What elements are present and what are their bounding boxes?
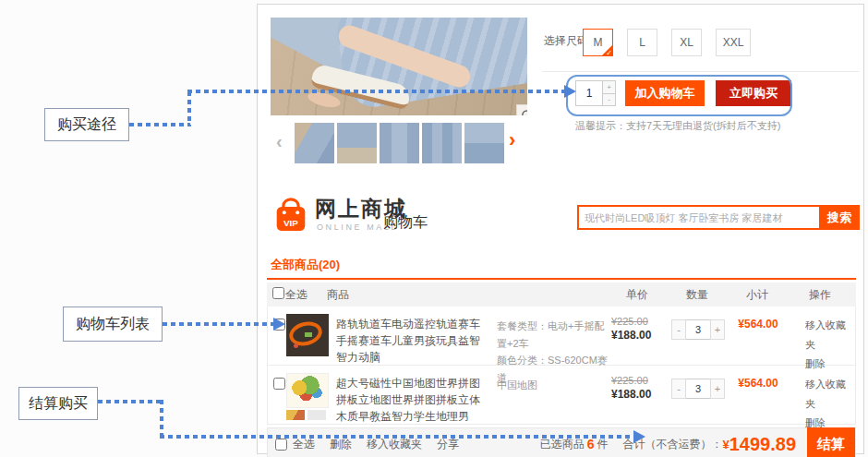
shop-page-panel: ‹ › 选择尺码: M ✓ L XL XXL [257,4,864,454]
tab-all-items[interactable]: 全部商品(20) [271,257,340,273]
qty-minus-button[interactable]: - [671,319,686,340]
map-mini-shape [286,410,305,420]
add-to-cart-button[interactable]: 加入购物车 [625,80,705,106]
vip-bag-logo-icon[interactable]: VIP [274,193,307,239]
move-to-favorites-link[interactable]: 移入收藏夹 [805,316,855,355]
footer-select-all-checkbox[interactable] [275,439,287,451]
chevron-right-icon[interactable]: › [509,130,515,150]
currency-symbol: ¥ [722,438,729,451]
buy-now-button[interactable]: 立即购买 [716,80,791,106]
cart-table-header: 全选 商品 单价 数量 小计 操作 [267,283,856,307]
column-price: 单价 [610,287,664,303]
size-option-xl[interactable]: XL [671,29,702,56]
product-image-race-track[interactable] [286,314,329,356]
cart-footer-bar: 全选 删除 移入收藏夹 分享 已选商品 6 件 合计（不含运费）： ¥ 1499… [267,427,856,457]
search-button[interactable]: 搜索 [819,205,860,230]
dotted-connector [187,91,191,126]
track-car-shape [305,332,312,337]
move-to-favorites-link[interactable]: 移入收藏夹 [805,375,855,414]
qty-value-input[interactable] [686,319,710,340]
annotation-label-cart-list: 购物车列表 [63,307,163,342]
price-cell: ¥225.00 ¥188.00 [611,366,665,424]
footer-select-all-link[interactable]: 全选 [293,437,315,452]
magnifier-icon[interactable] [516,104,527,115]
product-title[interactable]: 超大号磁性中国地图世界拼图拼板立地图世界拼图拼板立体木质早教益智力学生地理男 [332,366,497,424]
row-quantity-stepper: - + [671,319,725,340]
checkout-button[interactable]: 结算 [807,427,855,457]
cart-row: 超大号磁性中国地图世界拼图拼板立地图世界拼图拼板立体木质早教益智力学生地理男 中… [267,366,856,425]
size-option-xxl[interactable]: XXL [716,29,751,56]
arrow-right-icon [564,85,576,98]
row-operations: 移入收藏夹 删除 [785,366,855,424]
footer-share-link[interactable]: 分享 [437,437,459,452]
dotted-connector [98,400,163,403]
page-title: 购物车 [383,213,428,233]
search-bar: 搜索 [577,205,860,230]
column-subtotal: 小计 [730,287,784,303]
size-option-label: XXL [723,36,744,49]
check-icon: ✓ [606,49,612,57]
column-qty: 数量 [664,287,730,303]
footer-move-favorites-link[interactable]: 移入收藏夹 [367,437,422,452]
dotted-connector [163,322,273,326]
select-all-checkbox[interactable] [272,287,284,299]
price-cell: ¥225.00 ¥188.00 [611,307,665,365]
spec-line: 套餐类型：电动+手摇配置+2车 [497,318,611,352]
product-thumbnail[interactable] [337,123,377,163]
annotation-label-purchase-path: 购买途径 [44,108,129,141]
product-thumbnail[interactable] [422,123,462,163]
size-option-l[interactable]: L [627,29,657,56]
size-option-label: XL [680,36,693,49]
quantity-input[interactable] [575,80,603,106]
row-operations: 移入收藏夹 删除 [785,307,855,365]
row-checkbox[interactable] [273,378,285,390]
subtotal-value: ¥564.00 [731,307,785,365]
column-ops: 操作 [784,287,856,303]
footer-delete-link[interactable]: 删除 [330,437,352,452]
product-spec: 中国地图 [497,366,611,424]
cart-section: 全部商品(20) 全选 商品 单价 数量 小计 操作 [267,254,856,457]
subtotal-value: ¥564.00 [731,366,785,424]
dotted-connector [160,400,163,439]
size-option-m[interactable]: M ✓ [583,29,613,56]
selected-items-unit: 件 [597,437,608,452]
map-mini-images [286,410,329,420]
product-thumbnail[interactable] [295,123,334,163]
spec-line: 中国地图 [497,377,611,394]
product-main-image[interactable] [271,18,527,115]
return-policy-tip: 温馨提示：支持7天无理由退货(拆封后不支持) [575,119,780,133]
screenshot-root: ‹ › 选择尺码: M ✓ L XL XXL [0,0,868,457]
qty-value-input[interactable] [686,379,710,399]
product-thumbnail[interactable] [464,123,504,163]
search-input[interactable] [577,205,819,230]
arrow-right-icon [633,430,645,443]
qty-plus-button[interactable]: + [710,379,725,399]
total-amount: 1499.89 [729,434,796,455]
dotted-connector [129,123,190,126]
dotted-connector [187,90,564,93]
selected-items-label: 已选商品 [540,437,585,452]
product-title[interactable]: 路轨轨道车电动遥控轨道赛车手摇赛道车儿童男孩玩具益智智力动脑 [332,307,497,365]
column-product: 商品 [327,287,610,303]
annotation-label-checkout: 结算购买 [18,387,98,420]
dotted-connector [160,435,633,439]
size-options: M ✓ L XL XXL [583,29,751,56]
cart-row: 路轨轨道车电动遥控轨道赛车手摇赛道车儿童男孩玩具益智智力动脑 套餐类型：电动+手… [267,307,856,366]
original-price: ¥225.00 [611,375,665,386]
qty-minus-button[interactable]: - [671,379,686,399]
chevron-left-icon[interactable]: ‹ [276,132,283,150]
thumbnail-strip [295,123,504,163]
current-price: ¥188.00 [611,329,665,342]
quantity-increase-button[interactable]: + [603,80,616,94]
product-image-china-map[interactable] [286,373,329,420]
column-select-all[interactable]: 全选 [285,287,327,303]
product-thumbnail[interactable] [380,123,419,163]
quantity-stepper: + - [575,80,616,106]
section-divider [542,71,860,72]
track-dot-shape [294,343,298,348]
quantity-decrease-button[interactable]: - [603,94,616,107]
row-quantity-stepper: - + [671,379,725,399]
cart-tab-bar: 全部商品(20) [267,254,856,280]
qty-plus-button[interactable]: + [710,319,725,340]
size-option-label: L [639,36,645,49]
